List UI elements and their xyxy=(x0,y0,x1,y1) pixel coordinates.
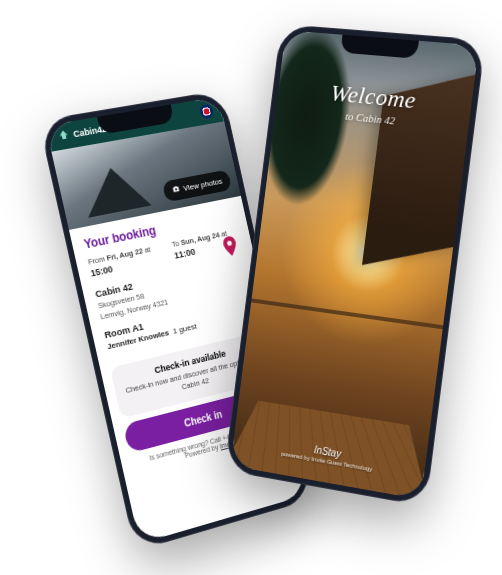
mockup-stage: Cabin42 View photos Your booking xyxy=(0,0,502,575)
phone-welcome: Welcome to Cabin 42 InStay powered by In… xyxy=(224,24,486,507)
cabin-logo-icon xyxy=(57,128,72,144)
camera-icon xyxy=(171,184,182,196)
language-flag-icon[interactable] xyxy=(199,104,214,120)
from-suffix: at xyxy=(142,245,152,255)
view-photos-label: View photos xyxy=(182,177,223,193)
view-photos-button[interactable]: View photos xyxy=(161,169,232,202)
checkin-button-label: Check in xyxy=(183,408,223,428)
welcome-screen: Welcome to Cabin 42 InStay powered by In… xyxy=(230,30,479,499)
cabin-silhouette-icon xyxy=(78,162,151,218)
